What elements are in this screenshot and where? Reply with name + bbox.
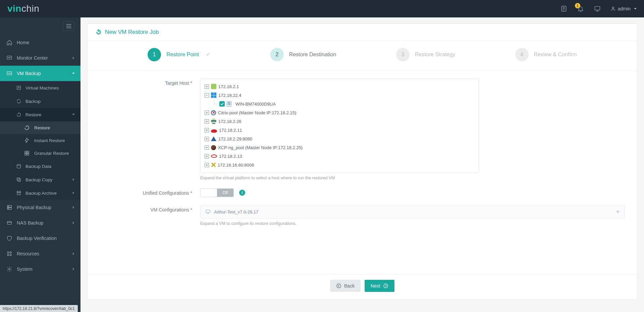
expand-icon[interactable] <box>205 145 209 150</box>
chevron-down-icon <box>71 72 76 75</box>
sidebar-item-vmbackup[interactable]: VM VM Backup <box>0 66 80 81</box>
step-num: 1 <box>148 48 161 61</box>
toggle-off: Off <box>217 189 233 197</box>
vm-config-item[interactable]: Arthur-Test_v7.0-26.17 + <box>200 205 625 219</box>
user-menu[interactable]: admin <box>610 6 638 11</box>
tree-node[interactable]: 172.18.2.29:8080 <box>205 134 474 143</box>
step-3[interactable]: 3 Restore Strategy <box>396 48 455 61</box>
chevron-icon <box>72 266 75 272</box>
sidebar-sub-restore[interactable]: Restore <box>0 108 80 121</box>
checked-icon[interactable] <box>219 101 225 107</box>
expand-icon[interactable] <box>205 137 209 141</box>
row-target-host: Target Host* 172.18.2.1 <box>100 78 625 180</box>
platform-icon <box>211 119 216 124</box>
tree-node[interactable]: Citrix-pool (Master Node IP:172.18.2.15) <box>205 108 474 117</box>
sidebar-label: Restore <box>34 125 50 130</box>
restore-icon <box>23 124 30 131</box>
sidebar-item-nas[interactable]: NAS Backup <box>0 215 80 231</box>
tree-node[interactable]: 172.18.2.13 <box>205 152 474 161</box>
step-1[interactable]: 1 Restore Point <box>148 48 210 61</box>
sidebar-item-resources[interactable]: Resources <box>0 246 80 261</box>
svg-rect-14 <box>17 86 21 90</box>
topbar: vinchin 1 admin <box>0 0 644 17</box>
tree-node[interactable]: XCP-ng_pool (Master Node IP:172.18.2.25) <box>205 143 474 152</box>
node-label: 172.18.22.4 <box>218 93 241 98</box>
sidebar-sub2-restore[interactable]: Restore <box>0 121 80 134</box>
nav: Home Monitor Center VM VM Backup Virtual… <box>0 35 80 312</box>
back-button[interactable]: Back <box>330 280 361 292</box>
expand-icon[interactable] <box>205 128 209 132</box>
info-icon[interactable]: i <box>239 190 245 196</box>
toggle-blank <box>201 189 217 197</box>
expand-icon[interactable] <box>205 154 209 159</box>
sidebar-sub-vms[interactable]: Virtual Machines <box>0 81 80 95</box>
expand-icon[interactable] <box>205 119 209 124</box>
sidebar-label: Backup Verification <box>17 236 57 241</box>
tree-node[interactable]: 172.18.2.1 <box>205 82 474 91</box>
svg-point-7 <box>612 7 614 9</box>
sidebar-label: Monitor Center <box>17 55 48 61</box>
svg-point-29 <box>8 206 9 207</box>
card-title: New VM Restore Job <box>88 24 637 41</box>
sidebar-sub-backuparchive[interactable]: Backup Archive <box>0 186 80 200</box>
svg-point-30 <box>8 208 9 209</box>
brand-vin: vin <box>7 3 21 14</box>
sidebar-item-monitor[interactable]: Monitor Center <box>0 50 80 66</box>
bell-icon[interactable]: 1 <box>577 5 584 12</box>
wizard-footer: Back Next <box>88 274 637 299</box>
sidebar-item-verification[interactable]: Backup Verification <box>0 231 80 246</box>
next-button[interactable]: Next <box>365 280 394 292</box>
step-4[interactable]: 4 Review & Confirm <box>515 48 577 61</box>
host-icon <box>227 101 231 107</box>
screen-icon[interactable] <box>594 5 601 12</box>
sidebar-item-physical[interactable]: Physical Backup <box>0 200 80 215</box>
notes-icon[interactable] <box>560 5 568 12</box>
unified-toggle[interactable]: Off <box>200 188 234 197</box>
sidebar-sub-backupcopy[interactable]: Backup Copy <box>0 173 80 186</box>
expand-plus-icon[interactable]: + <box>616 208 620 216</box>
sidebar-item-system[interactable]: System <box>0 261 80 277</box>
sidebar-toggle[interactable] <box>63 21 74 31</box>
tree-node[interactable]: 172.18.22.4 <box>205 91 474 100</box>
sidebar-label: Granular Restore <box>34 151 69 156</box>
tree-node[interactable]: 172.18.2.26 <box>205 117 474 126</box>
sidebar-sub-backup[interactable]: Backup <box>0 95 80 108</box>
expand-icon[interactable] <box>205 111 209 115</box>
step-2[interactable]: 2 Restore Destination <box>270 48 336 61</box>
svg-rect-20 <box>27 153 29 155</box>
resources-icon <box>6 250 13 257</box>
database-icon <box>16 163 21 170</box>
row-unified: Unified Configurations* Off i <box>100 188 625 197</box>
nas-icon <box>6 220 13 226</box>
svg-point-35 <box>7 254 9 256</box>
label-vmconf: VM Configurations* <box>100 205 200 212</box>
tree-node[interactable]: 172.18.2.11 <box>205 126 474 134</box>
sidebar-item-home[interactable]: Home <box>0 35 80 50</box>
expand-icon[interactable] <box>205 84 209 89</box>
sidebar-label: Virtual Machines <box>25 85 59 90</box>
target-host-help: Expand the virtual platform to select a … <box>200 176 479 180</box>
svg-point-41 <box>337 284 341 288</box>
sidebar-label: Physical Backup <box>17 205 51 210</box>
user-name: admin <box>618 6 631 11</box>
sidebar-sub-backupdata[interactable]: Backup Data <box>0 160 80 173</box>
redhat-icon <box>211 129 217 133</box>
xcp-icon <box>211 145 216 150</box>
sidebar-sub2-granular[interactable]: Granular Restore <box>0 147 80 160</box>
topbar-actions: 1 admin <box>560 5 638 12</box>
wizard-steps: 1 Restore Point 2 Restore Destination 3 … <box>88 41 637 70</box>
vcenter-icon <box>211 84 216 89</box>
main: New VM Restore Job 1 Restore Point 2 Res… <box>80 17 644 312</box>
expand-icon[interactable] <box>205 163 209 167</box>
collapse-icon[interactable] <box>205 93 209 98</box>
node-label: 172.18.2.11 <box>219 128 242 133</box>
svg-point-42 <box>384 284 388 288</box>
target-host-tree[interactable]: 172.18.2.1 172.18.22.4 WIN-BM74000D9UA <box>200 78 479 173</box>
sidebar-sub2-instant[interactable]: Instant Restore <box>0 134 80 147</box>
step-num: 3 <box>396 48 410 61</box>
page-title: New VM Restore Job <box>105 29 159 36</box>
tree-node[interactable]: 172.18.16.60:8006 <box>205 161 474 169</box>
sidebar-label: Home <box>17 40 29 45</box>
tree-node-child[interactable]: WIN-BM74000D9UA <box>205 100 474 108</box>
windows-icon <box>211 92 216 98</box>
